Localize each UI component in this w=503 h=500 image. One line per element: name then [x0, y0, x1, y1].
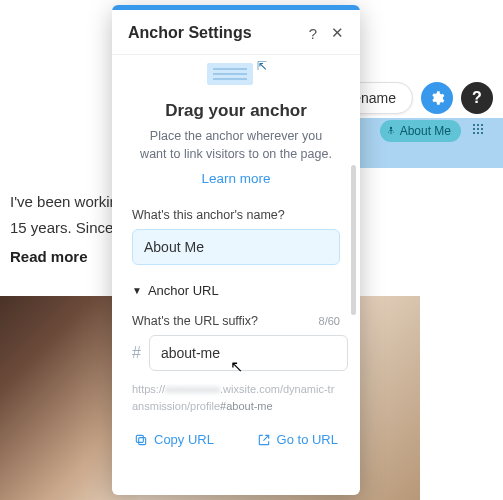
- anchor-badge-label: About Me: [400, 124, 451, 138]
- anchor-badge[interactable]: About Me: [380, 120, 461, 142]
- read-more-link[interactable]: Read more: [10, 248, 88, 265]
- external-link-icon: [257, 433, 271, 447]
- name-field-label: What's this anchor's name?: [132, 208, 340, 222]
- copy-url-button[interactable]: Copy URL: [134, 432, 214, 447]
- suffix-field-label: What's the URL suffix?: [132, 314, 258, 328]
- scrollbar-thumb[interactable]: [351, 165, 356, 315]
- hash-prefix: #: [132, 344, 141, 362]
- panel-header: Anchor Settings ? ✕: [112, 10, 360, 55]
- section-label: Anchor URL: [148, 283, 219, 298]
- cursor-icon: ⇱: [257, 59, 267, 73]
- copy-icon: [134, 433, 148, 447]
- chevron-down-icon: ▼: [132, 285, 142, 296]
- drag-heading: Drag your anchor: [132, 101, 340, 121]
- url-suffix-input[interactable]: [149, 335, 348, 371]
- url-preview: https://xxxxxxxxxx.wixsite.com/dynamic-t…: [132, 381, 340, 414]
- learn-more-link[interactable]: Learn more: [132, 171, 340, 186]
- panel-body: ⇱ Drag your anchor Place the anchor wher…: [112, 55, 360, 487]
- svg-rect-1: [136, 435, 143, 442]
- anchor-url-section-toggle[interactable]: ▼ Anchor URL: [132, 283, 340, 298]
- anchor-settings-panel: Anchor Settings ? ✕ ⇱ Drag your anchor P…: [112, 5, 360, 495]
- gear-icon: [429, 90, 445, 106]
- svg-rect-0: [139, 437, 146, 444]
- anchor-name-input[interactable]: [132, 229, 340, 265]
- go-to-url-label: Go to URL: [277, 432, 338, 447]
- panel-help-button[interactable]: ?: [309, 25, 317, 42]
- anchor-icon: [386, 126, 396, 136]
- panel-title: Anchor Settings: [128, 24, 252, 42]
- drag-illustration: ⇱: [201, 55, 271, 89]
- go-to-url-button[interactable]: Go to URL: [257, 432, 338, 447]
- help-button[interactable]: ?: [461, 82, 493, 114]
- drag-handle[interactable]: [473, 124, 485, 136]
- settings-button[interactable]: [421, 82, 453, 114]
- char-count: 8/60: [319, 315, 340, 327]
- close-button[interactable]: ✕: [331, 24, 344, 42]
- copy-url-label: Copy URL: [154, 432, 214, 447]
- panel-footer: Copy URL Go to URL: [132, 432, 340, 447]
- question-icon: ?: [472, 89, 482, 107]
- drag-description: Place the anchor wherever you want to li…: [132, 127, 340, 163]
